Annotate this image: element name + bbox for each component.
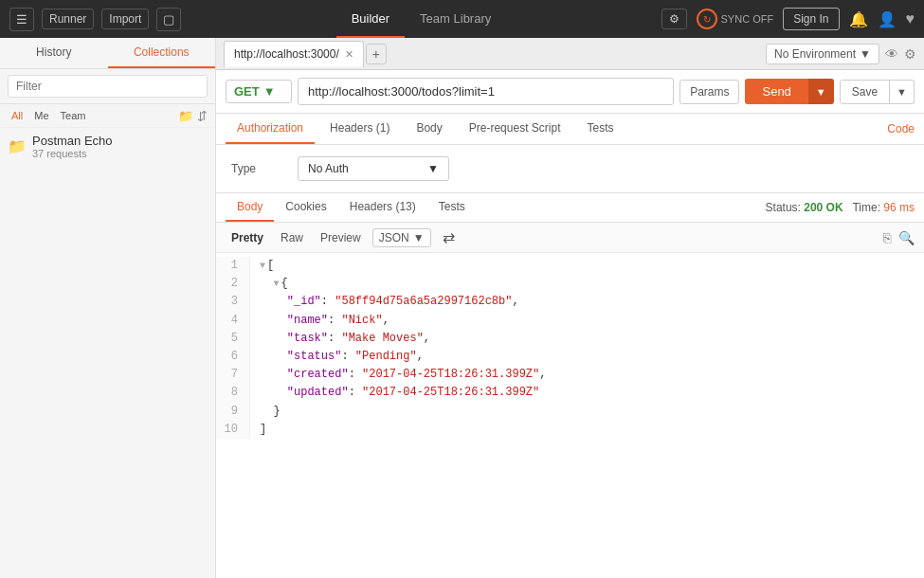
env-select-area: No Environment ▼ 👁 ⚙ [766, 44, 916, 64]
sidebar-toggle-button[interactable]: ☰ [9, 8, 34, 31]
send-dropdown-button[interactable]: ▼ [808, 79, 834, 104]
json-line-7: 7 "created": "2017-04-25T18:26:31.399Z", [216, 366, 924, 384]
bell-icon[interactable]: 🔔 [849, 10, 868, 28]
builder-tab[interactable]: Builder [336, 0, 405, 38]
json-line-9: 9 } [216, 403, 924, 421]
json-line-3: 3 "_id": "58ff94d75a6a5a2997162c8b", [216, 293, 924, 311]
auth-type-dropdown[interactable]: No Auth ▼ [298, 156, 449, 181]
top-nav: ☰ Runner Import ▢ Builder Team Library ⚙… [0, 0, 924, 38]
search-icon[interactable]: 🔍 [898, 230, 915, 245]
resp-actions: ⎘ 🔍 [883, 230, 915, 245]
method-label: GET [234, 84, 260, 99]
params-button[interactable]: Params [679, 80, 739, 104]
json-line-2: 2 ▼{ [216, 275, 924, 293]
tab-body[interactable]: Body [405, 114, 453, 144]
format-pretty-button[interactable]: Pretty [226, 229, 269, 246]
sort-icon[interactable]: ⇵ [197, 109, 208, 123]
url-tab[interactable]: http://localhost:3000/ ✕ [224, 41, 364, 67]
response-tabs-bar: Body Cookies Headers (13) Tests Status: … [216, 193, 924, 223]
collection-name: Postman Echo [32, 134, 113, 148]
url-input[interactable] [298, 78, 674, 105]
save-button-group: Save ▼ [840, 80, 915, 104]
sign-in-button[interactable]: Sign In [783, 8, 839, 30]
nav-left: ☰ Runner Import ▢ [9, 8, 181, 31]
json-line-10: 10 ] [216, 421, 924, 439]
request-line: GET ▼ Params Send ▼ Save ▼ [216, 70, 924, 114]
format-type-dropdown[interactable]: JSON ▼ [372, 228, 431, 247]
resp-tab-body[interactable]: Body [226, 193, 274, 222]
collection-count: 37 requests [32, 148, 113, 159]
sync-button[interactable]: ↻ SYNC OFF [697, 9, 774, 29]
sync-label: SYNC OFF [721, 13, 774, 25]
tab-tests[interactable]: Tests [575, 114, 625, 144]
eye-icon-button[interactable]: 👁 [885, 46, 898, 62]
collection-info: Postman Echo 37 requests [32, 134, 113, 159]
nav-center: Builder Team Library [189, 0, 653, 38]
url-tab-text: http://localhost:3000/ [234, 47, 339, 61]
format-preview-button[interactable]: Preview [315, 229, 367, 246]
collection-item-postman-echo[interactable]: 📁 Postman Echo 37 requests [0, 128, 215, 165]
json-line-5: 5 "task": "Make Moves", [216, 330, 924, 348]
auth-section: Type No Auth ▼ [216, 145, 924, 193]
env-dropdown[interactable]: No Environment ▼ [766, 44, 879, 64]
settings-button[interactable]: ⚙ [661, 9, 687, 29]
response-time: 96 ms [883, 201, 915, 214]
settings-icon-button[interactable]: ⚙ [904, 46, 916, 62]
copy-icon[interactable]: ⎘ [883, 230, 891, 245]
tab-pre-request[interactable]: Pre-request Script [458, 114, 572, 144]
sidebar-scope: All Me Team 📁 ⇵ [0, 104, 215, 128]
json-line-4: 4 "name": "Nick", [216, 312, 924, 330]
collection-folder-icon: 📁 [8, 137, 27, 155]
layout-button[interactable]: ▢ [156, 8, 181, 31]
new-folder-icon[interactable]: 📁 [178, 109, 193, 123]
filter-input[interactable] [8, 75, 208, 98]
tab-authorization[interactable]: Authorization [226, 114, 315, 144]
json-line-8: 8 "updated": "2017-04-25T18:26:31.399Z" [216, 384, 924, 402]
heart-icon[interactable]: ♥ [906, 10, 915, 27]
scope-all-button[interactable]: All [8, 108, 27, 123]
resp-tab-headers[interactable]: Headers (13) [338, 193, 427, 222]
resp-tab-cookies[interactable]: Cookies [274, 193, 337, 222]
scope-me-button[interactable]: Me [30, 108, 52, 123]
team-library-tab[interactable]: Team Library [405, 0, 506, 38]
runner-label: Runner [49, 12, 86, 26]
format-raw-button[interactable]: Raw [275, 229, 309, 246]
tab-history[interactable]: History [0, 38, 108, 68]
tab-collections[interactable]: Collections [108, 38, 216, 68]
save-button[interactable]: Save [840, 80, 890, 104]
import-button[interactable]: Import [101, 9, 149, 29]
save-dropdown-button[interactable]: ▼ [890, 80, 915, 104]
new-tab-button[interactable]: + [366, 44, 387, 64]
auth-chevron-icon: ▼ [427, 162, 439, 175]
sidebar-tabs: History Collections [0, 38, 215, 69]
auth-type-label: Type [231, 162, 288, 175]
sidebar-filter-area [0, 69, 215, 104]
nav-right: ⚙ ↻ SYNC OFF Sign In 🔔 👤 ♥ [661, 8, 915, 30]
url-tabs-bar: http://localhost:3000/ ✕ + No Environmen… [216, 38, 924, 70]
scope-team-button[interactable]: Team [57, 108, 90, 123]
import-label: Import [109, 12, 141, 26]
method-chevron-icon: ▼ [263, 84, 276, 99]
response-format-bar: Pretty Raw Preview JSON ▼ ⇄ ⎘ [216, 223, 924, 253]
status-ok: 200 OK [804, 201, 842, 214]
format-chevron-icon: ▼ [413, 231, 425, 244]
user-icon[interactable]: 👤 [878, 10, 897, 28]
response-area: Body Cookies Headers (13) Tests Status: … [216, 193, 924, 578]
tab-headers[interactable]: Headers (1) [318, 114, 401, 144]
send-button-group: Send ▼ [745, 79, 833, 104]
url-tab-close-icon[interactable]: ✕ [345, 48, 353, 61]
resp-tab-tests[interactable]: Tests [427, 193, 477, 222]
method-dropdown[interactable]: GET ▼ [226, 80, 292, 103]
code-link[interactable]: Code [887, 122, 915, 135]
scope-actions: 📁 ⇵ [178, 109, 208, 123]
wrap-button[interactable]: ⇄ [437, 226, 461, 248]
json-line-1: 1 ▼[ [216, 257, 924, 275]
content: http://localhost:3000/ ✕ + No Environmen… [216, 38, 924, 578]
send-button[interactable]: Send [745, 79, 807, 104]
runner-button[interactable]: Runner [42, 9, 94, 29]
auth-row: Type No Auth ▼ [231, 156, 909, 181]
json-line-6: 6 "status": "Pending", [216, 348, 924, 366]
main: History Collections All Me Team 📁 ⇵ [0, 38, 924, 578]
response-status: Status: 200 OK Time: 96 ms [766, 201, 915, 214]
chevron-down-icon: ▼ [860, 47, 871, 61]
